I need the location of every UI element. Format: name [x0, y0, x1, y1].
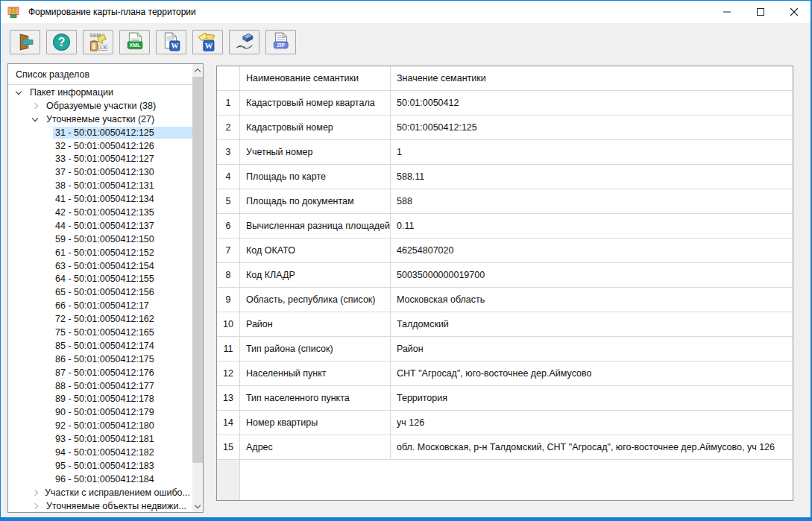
semantic-name-cell[interactable]: Площадь по документам — [240, 189, 391, 213]
tree-item[interactable]: 32 - 50:01:0050412:126 — [8, 139, 192, 153]
tree-item[interactable]: 66 - 50:01:0050412:17 — [8, 299, 192, 312]
tree-item[interactable]: 41 - 50:01:0050412:134 — [8, 192, 192, 206]
table-row[interactable]: 5Площадь по документам588 — [217, 189, 793, 214]
semantic-value-cell[interactable]: 588.11 — [391, 165, 793, 189]
col-header-semantic-value[interactable]: Значение семантики — [391, 66, 793, 90]
semantic-name-cell[interactable]: Код ОКАТО — [240, 239, 391, 262]
tree-item[interactable]: 37 - 50:01:0050412:130 — [8, 165, 192, 179]
semantic-name-cell[interactable]: Населенный пункт — [240, 361, 391, 385]
semantic-name-cell[interactable]: Учетный номер — [240, 140, 391, 164]
table-row[interactable]: 11Тип района (список)Район — [217, 337, 793, 361]
tree-item[interactable]: Уточняемые объекты недвижи... — [8, 499, 192, 512]
scroll-up-icon[interactable] — [192, 64, 203, 76]
semantic-value-cell[interactable]: уч 126 — [391, 411, 793, 435]
semantic-name-cell[interactable]: Кадастровый номер — [240, 116, 391, 139]
tree-item[interactable]: 85 - 50:01:0050412:174 — [8, 339, 192, 353]
semantic-value-cell[interactable]: Территория — [391, 386, 793, 410]
table-row[interactable]: 8Код КЛАДР50035000000019700 — [217, 263, 793, 288]
semantic-name-cell[interactable]: Тип населенного пункта — [240, 386, 391, 410]
scroll-down-icon[interactable] — [192, 500, 203, 512]
table-row[interactable]: 3Учетный номер1 — [217, 140, 793, 165]
table-row[interactable]: 10РайонТалдомский — [217, 312, 793, 337]
tree-item[interactable]: 33 - 50:01:0050412:127 — [8, 152, 192, 165]
tree-item[interactable]: 61 - 50:01:0050412:152 — [8, 246, 192, 259]
semantics-button[interactable]: SEM A,B — [83, 30, 113, 54]
tree-item[interactable]: Пакет информации — [8, 86, 192, 99]
semantic-value-cell[interactable]: 1 — [391, 140, 793, 164]
tree-item[interactable]: Участки с исправлением ошибо... — [8, 486, 192, 499]
tree-item[interactable]: 87 - 50:01:0050412:176 — [8, 366, 192, 379]
table-row[interactable]: 13Тип населенного пунктаТерритория — [217, 386, 793, 411]
tree-item[interactable]: 72 - 50:01:0050412:162 — [8, 312, 192, 326]
tree-item[interactable]: 86 - 50:01:0050412:175 — [8, 353, 192, 366]
scrollbar-thumb[interactable] — [192, 77, 203, 463]
table-row[interactable]: 4Площадь по карте588.11 — [217, 165, 793, 189]
titlebar[interactable]: Формирование карты-плана территории — [1, 1, 811, 23]
tree-item[interactable]: Образуемые участки (38) — [8, 99, 192, 113]
semantic-name-cell[interactable]: Кадастровый номер квартала — [240, 91, 391, 115]
tree-item[interactable]: 42 - 50:01:0050412:135 — [8, 206, 192, 219]
erase-object-button[interactable] — [229, 30, 259, 54]
exit-button[interactable] — [10, 30, 40, 54]
semantic-value-cell[interactable]: 50:01:0050412 — [391, 91, 793, 115]
tree-scrollbar[interactable] — [192, 64, 203, 512]
semantic-name-cell[interactable]: Номер квартиры — [240, 411, 391, 435]
semantic-name-cell[interactable]: Район — [240, 312, 391, 336]
semantic-value-cell[interactable]: 46254807020 — [391, 239, 793, 262]
tree-item[interactable]: 88 - 50:01:0050412:177 — [8, 379, 192, 393]
table-row[interactable]: 6Вычисленная разница площадей0.11 — [217, 214, 793, 239]
table-row[interactable]: 14Номер квартирыуч 126 — [217, 411, 793, 435]
semantic-value-cell[interactable]: Талдомский — [391, 312, 793, 336]
semantic-name-cell[interactable]: Вычисленная разница площадей — [240, 214, 391, 238]
table-row[interactable]: 7Код ОКАТО46254807020 — [217, 239, 793, 263]
tree-item[interactable]: 90 - 50:01:0050412:179 — [8, 405, 192, 419]
chevron-down-icon[interactable] — [14, 91, 28, 94]
help-button[interactable]: ? — [46, 30, 77, 54]
export-word-plot-button[interactable]: W — [192, 30, 223, 54]
tree-item[interactable]: Уточняемые участки (27) — [8, 113, 192, 126]
minimize-button[interactable] — [710, 1, 743, 23]
table-row[interactable]: 1Кадастровый номер квартала50:01:0050412 — [217, 91, 793, 116]
chevron-right-icon[interactable] — [31, 104, 44, 108]
semantic-name-cell[interactable]: Код КЛАДР — [240, 263, 391, 287]
tree-item[interactable]: 89 - 50:01:0050412:178 — [8, 392, 192, 405]
semantic-value-cell[interactable]: 0.11 — [391, 214, 793, 238]
tree-item[interactable]: 92 - 50:01:0050412:180 — [8, 419, 192, 432]
tree-item[interactable]: 63 - 50:01:0050412:154 — [8, 259, 192, 273]
tree-item[interactable]: 64 - 50:01:0050412:155 — [8, 272, 192, 285]
table-row[interactable]: 15Адресобл. Московская, р-н Талдомский, … — [217, 435, 793, 460]
close-button[interactable] — [777, 1, 811, 23]
tree-item[interactable]: 94 - 50:01:0050412:182 — [8, 446, 192, 459]
semantic-name-cell[interactable]: Тип района (список) — [240, 337, 391, 361]
chevron-down-icon[interactable] — [31, 118, 44, 121]
semantic-value-cell[interactable]: Московская область — [391, 288, 793, 312]
semantic-value-cell[interactable]: 50035000000019700 — [391, 263, 793, 287]
semantic-value-cell[interactable]: Район — [391, 337, 793, 361]
semantic-name-cell[interactable]: Адрес — [240, 435, 391, 459]
semantic-value-cell[interactable]: СНТ "Агросад", юго-восточнее дер.Аймусов… — [391, 361, 793, 385]
tree-item[interactable]: 96 - 50:01:0050412:184 — [8, 473, 192, 486]
tree-item[interactable]: 95 - 50:01:0050412:183 — [8, 459, 192, 473]
chevron-right-icon[interactable] — [31, 504, 44, 508]
tree-item[interactable]: 38 - 50:01:0050412:131 — [8, 179, 192, 192]
tree-item[interactable]: 65 - 50:01:0050412:156 — [8, 285, 192, 299]
maximize-button[interactable] — [743, 1, 777, 23]
tree-item[interactable]: 44 - 50:01:0050412:137 — [8, 219, 192, 233]
table-row[interactable]: 2Кадастровый номер50:01:0050412:125 — [217, 116, 793, 140]
tree-item[interactable]: 31 - 50:01:0050412:125 — [8, 126, 192, 139]
tree-item[interactable]: 93 - 50:01:0050412:181 — [8, 432, 192, 446]
semantic-name-cell[interactable]: Площадь по карте — [240, 165, 391, 189]
chevron-right-icon[interactable] — [31, 490, 43, 495]
semantic-name-cell[interactable]: Область, республика (список) — [240, 288, 391, 312]
semantic-value-cell[interactable]: 588 — [391, 189, 793, 213]
table-row[interactable]: 9Область, республика (список)Московская … — [217, 288, 793, 312]
export-word-button[interactable]: W — [156, 30, 186, 54]
tree-item[interactable]: 75 - 50:01:0050412:165 — [8, 326, 192, 339]
semantic-value-cell[interactable]: 50:01:0050412:125 — [391, 116, 793, 139]
export-zip-button[interactable]: ZIP — [265, 30, 296, 54]
table-row[interactable]: 12Населенный пунктСНТ "Агросад", юго-вос… — [217, 361, 793, 386]
col-header-semantic-name[interactable]: Наименование семантики — [240, 66, 391, 90]
export-xml-button[interactable]: XML — [119, 30, 150, 54]
tree-item[interactable]: 59 - 50:01:0050412:150 — [8, 233, 192, 246]
semantic-value-cell[interactable]: обл. Московская, р-н Талдомский, СНТ "Аг… — [391, 435, 793, 459]
